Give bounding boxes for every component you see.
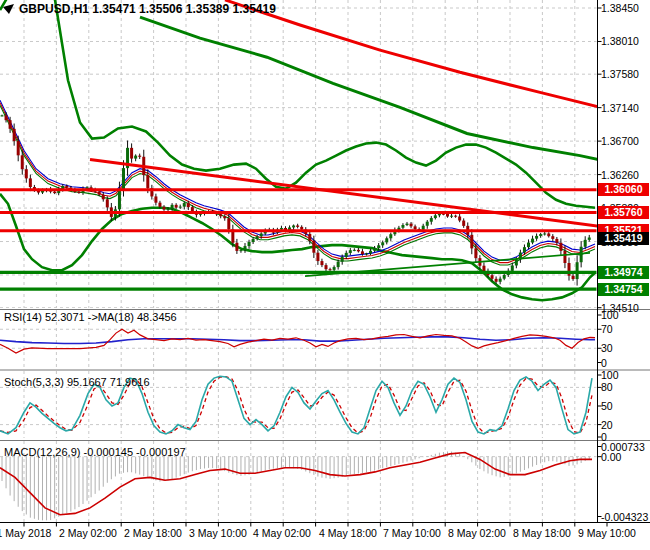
candle-body	[163, 207, 166, 210]
time-axis-label: 7 May 10:00	[383, 527, 441, 539]
candle-body	[138, 156, 141, 157]
candle-body	[9, 120, 12, 129]
candle-body	[559, 243, 562, 251]
candle-body	[547, 233, 550, 236]
candle-body	[389, 234, 392, 238]
candle-body	[584, 240, 587, 247]
rsi-tick-label: 30	[601, 342, 613, 354]
candle-body	[495, 279, 498, 282]
candle-body	[1, 115, 4, 116]
candle-body	[377, 245, 380, 248]
stoch-tick-label: 50	[601, 400, 613, 412]
rsi-tick-label: 70	[601, 323, 613, 335]
candle-body	[527, 243, 530, 248]
candle-body	[523, 247, 526, 252]
chart-title: GBPUSD,H1 1.35471 1.35506 1.35389 1.3541…	[3, 2, 276, 16]
chart-window: GBPUSD,H1 1.35471 1.35506 1.35389 1.3541…	[0, 0, 650, 550]
candle-body	[235, 243, 238, 251]
symbol-ohlc-label: GBPUSD,H1 1.35471 1.35506 1.35389 1.3541…	[19, 2, 276, 16]
symbol-arrow-icon	[3, 3, 15, 15]
candle-body	[154, 196, 157, 202]
candle-body	[13, 129, 16, 141]
candle-body	[482, 266, 485, 271]
chart-canvas[interactable]	[0, 0, 650, 550]
candle-body	[503, 275, 506, 279]
stoch-tick-label: 20	[601, 419, 613, 431]
time-axis-label: 2 May 18:00	[124, 527, 182, 539]
macd-histogram	[2, 451, 589, 520]
price-tick-label: 1.37580	[601, 68, 639, 80]
time-axis-label: 8 May 02:00	[448, 527, 506, 539]
candle-body	[179, 207, 182, 208]
price-tick-label: 1.38010	[601, 35, 639, 47]
candle-body	[158, 203, 161, 207]
candle-body	[244, 246, 247, 250]
rsi-label: RSI(14) 52.3071 ->MA(18) 48.3456	[4, 311, 177, 323]
candle-body	[511, 265, 514, 270]
candle-body	[308, 234, 311, 241]
candle-body	[98, 192, 101, 195]
candle-body	[454, 216, 457, 217]
price-badge[interactable]: 1.34754	[598, 283, 649, 296]
candle-body	[458, 217, 461, 221]
stoch-tick-label: 100	[601, 369, 619, 381]
candle-body	[406, 224, 409, 225]
candle-body	[491, 275, 494, 279]
candle-body	[320, 261, 323, 265]
candle-body	[77, 192, 80, 193]
candle-body	[296, 225, 299, 226]
price-tick-label: 1.36700	[601, 135, 639, 147]
candle-body	[106, 199, 109, 207]
candle-body	[543, 233, 546, 234]
price-badge[interactable]: 1.34974	[598, 266, 649, 279]
candle-body	[5, 115, 8, 120]
candle-body	[223, 216, 226, 218]
candle-body	[515, 259, 518, 265]
candle-body	[410, 224, 413, 227]
candle-body	[171, 205, 174, 209]
candle-body	[102, 195, 105, 200]
candle-body	[227, 218, 230, 229]
time-axis-label: 4 May 18:00	[319, 527, 377, 539]
price-badge[interactable]: 1.35419	[598, 232, 649, 245]
candle-body	[329, 269, 332, 270]
rsi-tick-label: 100	[601, 309, 619, 321]
candle-body	[414, 226, 417, 229]
candle-body	[25, 169, 28, 178]
candle-body	[572, 276, 575, 279]
candle-body	[401, 225, 404, 228]
price-tick-label: 1.37140	[601, 102, 639, 114]
candle-body	[535, 236, 538, 239]
time-axis-label: 8 May 18:00	[513, 527, 571, 539]
candle-body	[191, 207, 194, 211]
price-tick-label: 1.38450	[601, 2, 639, 14]
candle-body	[434, 215, 437, 218]
price-badge[interactable]: 1.36060	[598, 183, 649, 196]
stoch-label: Stoch(5,3,3) 95.1667 71.9616	[4, 376, 150, 388]
candle-body	[312, 241, 315, 253]
time-axis-label: 4 May 02:00	[253, 527, 311, 539]
candle-body	[462, 221, 465, 226]
candle-body	[365, 253, 368, 254]
candle-body	[175, 205, 178, 208]
candle-body	[426, 222, 429, 226]
candle-body	[385, 238, 388, 242]
time-axis-label: 2 May 02:00	[59, 527, 117, 539]
candle-body	[361, 251, 364, 254]
price-badge[interactable]: 1.35760	[598, 206, 649, 219]
price-tick-label: 1.36260	[601, 169, 639, 181]
candle-body	[381, 242, 384, 245]
candle-body	[373, 248, 376, 251]
main-pane-group	[0, 0, 650, 550]
candle-body	[219, 214, 222, 216]
candle-body	[353, 250, 356, 251]
rsi-tick-label: 0	[601, 357, 607, 369]
candle-body	[563, 251, 566, 263]
candle-body	[337, 262, 340, 267]
candle-body	[551, 236, 554, 239]
candle-body	[118, 189, 121, 209]
candle-body	[239, 250, 242, 251]
candle-body	[333, 267, 336, 270]
candle-body	[470, 235, 473, 249]
candle-body	[357, 250, 360, 252]
